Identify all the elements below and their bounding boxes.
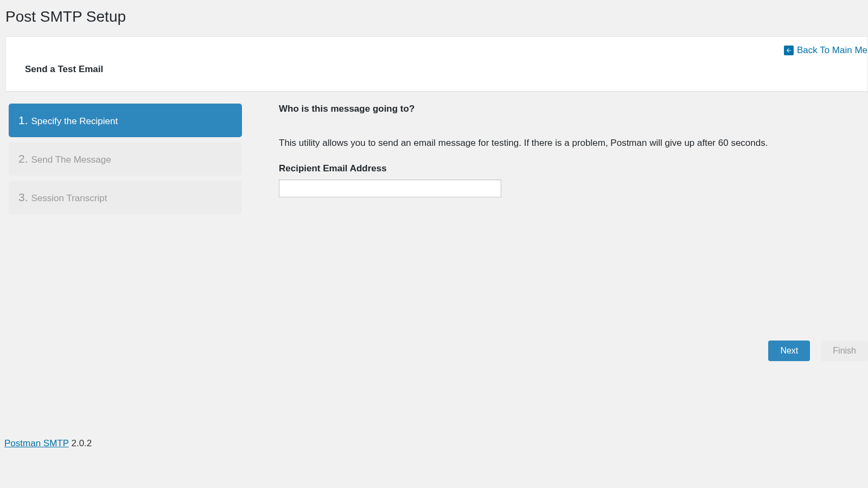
steps-sidebar: 1. Specify the Recipient 2. Send The Mes… — [9, 104, 242, 219]
back-link-label: Back To Main Me — [797, 45, 867, 56]
arrow-left-icon — [784, 46, 794, 55]
wizard-buttons: Next Finish — [279, 341, 868, 361]
step-number: 2. — [18, 152, 28, 165]
step-label: Specify the Recipient — [31, 116, 118, 127]
step-number: 1. — [18, 114, 28, 127]
step-session-transcript[interactable]: 3. Session Transcript — [9, 181, 242, 214]
header-card: Back To Main Me Send a Test Email — [5, 36, 868, 92]
step-label: Send The Message — [31, 155, 111, 165]
recipient-label: Recipient Email Address — [279, 163, 868, 174]
postman-smtp-link[interactable]: Postman SMTP — [4, 438, 69, 448]
card-heading: Send a Test Email — [25, 64, 851, 75]
step-send-message[interactable]: 2. Send The Message — [9, 142, 242, 176]
finish-button[interactable]: Finish — [821, 341, 868, 361]
back-to-main-link[interactable]: Back To Main Me — [784, 45, 867, 56]
content-description: This utility allows you to send an email… — [279, 136, 868, 150]
footer: Postman SMTP 2.0.2 — [4, 438, 92, 449]
page-title: Post SMTP Setup — [0, 0, 868, 36]
version-text: 2.0.2 — [69, 438, 92, 448]
recipient-email-input[interactable] — [279, 179, 501, 197]
content-heading: Who is this message going to? — [279, 104, 868, 114]
step-label: Session Transcript — [31, 193, 107, 204]
step-specify-recipient[interactable]: 1. Specify the Recipient — [9, 104, 242, 137]
wizard-container: 1. Specify the Recipient 2. Send The Mes… — [9, 104, 868, 361]
step-number: 3. — [18, 191, 28, 204]
wizard-content: Who is this message going to? This utili… — [279, 104, 868, 333]
next-button[interactable]: Next — [768, 341, 810, 361]
